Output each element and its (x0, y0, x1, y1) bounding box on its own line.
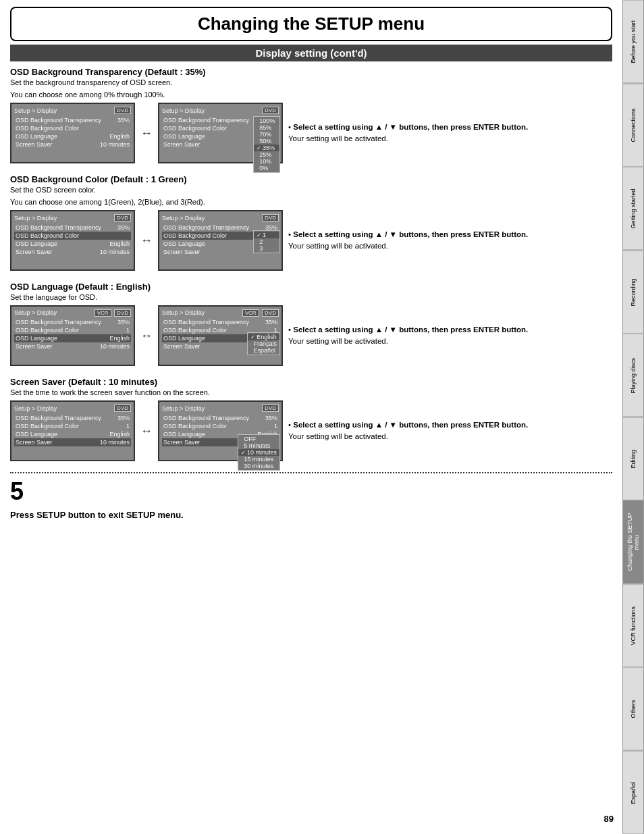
sidebar: Before you start Connections Getting sta… (622, 0, 644, 834)
instruction-color: • Select a setting using ▲ / ▼ buttons, … (288, 229, 612, 253)
sidebar-tab-editing[interactable]: Editing (622, 417, 644, 501)
osd-row-transparency-3: OSD LanguageEnglish (14, 132, 131, 140)
screens-row-transparency: Setup > Display DVD OSD Background Trans… (10, 103, 612, 163)
subsection-desc1-language: Set the language for OSD. (10, 293, 612, 301)
subsection-desc1-screensaver: Set the time to work the screen saver fu… (10, 388, 612, 396)
dropdown-item-100: 100% (254, 118, 279, 124)
dotted-separator (10, 472, 612, 473)
subsection-language: OSD Language (Default : English) Set the… (10, 282, 612, 366)
subsection-desc1-color: Set the OSD screen color. (10, 186, 612, 194)
osd-row-transparency-4: Screen Saver10 minutes (14, 140, 131, 149)
sidebar-tab-connections[interactable]: Connections (622, 84, 644, 167)
left-screen-color: Setup > Display DVD OSD Background Trans… (10, 210, 135, 271)
right-screen-label-transparency: Setup > Display (162, 107, 205, 114)
subsection-title-transparency: OSD Background Transparency (Default : 3… (10, 67, 612, 77)
instruction-screensaver: • Select a setting using ▲ / ▼ buttons, … (288, 419, 612, 443)
right-screen-transparency: Setup > Display DVD OSD Background Trans… (158, 103, 283, 163)
dropdown-item-35: ✓35% (254, 145, 279, 151)
left-screen-badge-transparency: DVD (114, 107, 131, 114)
sidebar-tab-getting-started[interactable]: Getting started (622, 167, 644, 251)
subsection-desc2-color: You can choose one among 1(Green), 2(Blu… (10, 198, 612, 206)
instruction-transparency: • Select a setting using ▲ / ▼ buttons, … (288, 122, 612, 145)
right-screen-color: Setup > Display DVD OSD Background Trans… (158, 210, 283, 271)
section-header: Display setting (cont'd) (10, 45, 612, 61)
screens-row-color: Setup > Display DVD OSD Background Trans… (10, 210, 612, 271)
page-number: 89 (604, 814, 614, 824)
dropdown-item-70: 70% (254, 131, 279, 138)
arrow-color: ↔ (140, 234, 153, 248)
press-setup-text: Press SETUP button to exit SETUP menu. (10, 510, 612, 520)
sidebar-tab-vcr-functions[interactable]: VCR functions (622, 584, 644, 668)
sidebar-tab-espanol[interactable]: Español (622, 751, 644, 835)
osd-row-transparency-2: OSD Background Color (14, 124, 131, 132)
screens-row-screensaver: Setup > Display DVD OSD Background Trans… (10, 400, 612, 461)
page-title: Changing the SETUP menu (198, 14, 425, 34)
subsection-title-screensaver: Screen Saver (Default : 10 minutes) (10, 377, 612, 387)
subsection-desc1-transparency: Set the background transparency of OSD s… (10, 78, 612, 86)
sidebar-tab-recording[interactable]: Recording (622, 251, 644, 334)
sidebar-tab-before-you-start[interactable]: Before you start (622, 0, 644, 84)
subsection-screensaver: Screen Saver (Default : 10 minutes) Set … (10, 377, 612, 461)
dropdown-item-25: 25% (254, 151, 279, 158)
left-screen-screensaver: Setup > Display DVD OSD Background Trans… (10, 400, 135, 461)
dropdown-color: ✓1 2 3 (253, 230, 280, 253)
osd-row-transparency-1: OSD Background Transparency35% (14, 116, 131, 124)
left-screen-transparency: Setup > Display DVD OSD Background Trans… (10, 103, 135, 163)
right-screen-language: Setup > Display VCR DVD OSD Background T… (158, 305, 283, 366)
dropdown-item-85: 85% (254, 124, 279, 131)
main-content: Changing the SETUP menu Display setting … (0, 0, 622, 527)
subsection-title-color: OSD Background Color (Default : 1 Green) (10, 174, 612, 184)
step-number: 5 (10, 477, 612, 506)
dropdown-screensaver: OFF 5 minutes ✓10 minutes 15 minutes 30 … (238, 434, 280, 471)
sidebar-tab-playing-discs[interactable]: Playing discs (622, 334, 644, 417)
arrow-transparency: ↔ (140, 126, 153, 140)
sidebar-tab-others[interactable]: Others (622, 667, 644, 751)
dropdown-transparency: 100% 85% 70% 50% ✓35% 25% 10% 0% (253, 116, 280, 173)
dropdown-item-50: 50% (254, 138, 279, 145)
subsection-desc2-transparency: You can choose one among 0% through 100%… (10, 90, 612, 99)
screens-row-language: Setup > Display VCR DVD OSD Background T… (10, 305, 612, 366)
dropdown-language: ✓English Français Español (247, 332, 280, 355)
sidebar-tab-setup-menu[interactable]: Changing the SETUP menu (622, 500, 644, 584)
arrow-screensaver: ↔ (140, 424, 153, 438)
instruction-language: • Select a setting using ▲ / ▼ buttons, … (288, 324, 612, 348)
dropdown-item-10: 10% (254, 158, 279, 165)
subsection-title-language: OSD Language (Default : English) (10, 282, 612, 292)
left-screen-label-transparency: Setup > Display (14, 107, 57, 114)
right-screen-badge-transparency: DVD (262, 107, 279, 114)
dropdown-item-0: 0% (254, 165, 279, 172)
arrow-language: ↔ (140, 329, 153, 343)
page-title-box: Changing the SETUP menu (10, 7, 612, 41)
subsection-transparency: OSD Background Transparency (Default : 3… (10, 67, 612, 163)
subsection-color: OSD Background Color (Default : 1 Green)… (10, 174, 612, 271)
right-screen-screensaver: Setup > Display DVD OSD Background Trans… (158, 400, 283, 461)
left-screen-language: Setup > Display VCR DVD OSD Background T… (10, 305, 135, 366)
